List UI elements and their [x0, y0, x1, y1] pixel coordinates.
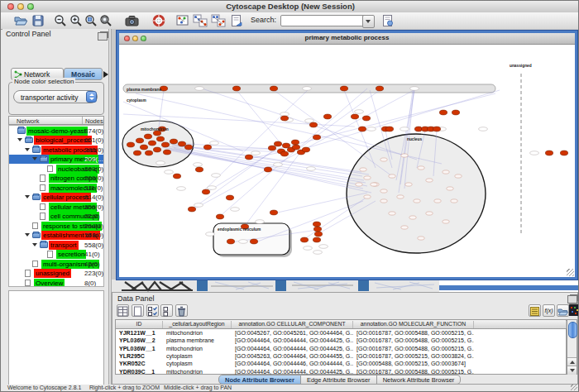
- graph-node-selected[interactable]: [433, 127, 440, 131]
- zoom-selected-icon[interactable]: [84, 14, 98, 27]
- graph-node-selected[interactable]: [270, 210, 277, 215]
- graph-node-selected[interactable]: [309, 122, 317, 127]
- graph-node[interactable]: [443, 170, 449, 174]
- graph-node-selected[interactable]: [291, 140, 299, 145]
- table-row[interactable]: YJR121W__1mitochondrion[GO:0045267, GO:0…: [116, 329, 566, 337]
- network-view-window[interactable]: primary metabolic process plasma membran…: [117, 31, 577, 280]
- node-label-oval[interactable]: [479, 127, 488, 131]
- graph-node[interactable]: [380, 189, 387, 193]
- attribute-table[interactable]: ID_cellularLayoutRegionannotation.GO CEL…: [115, 319, 567, 375]
- background-windows[interactable]: [112, 280, 579, 292]
- tree-row[interactable]: establishment of lo558(0): [9, 231, 103, 241]
- graph-node-selected[interactable]: [280, 151, 288, 156]
- expand-arrow-icon[interactable]: [25, 148, 30, 151]
- node-label-oval[interactable]: [367, 127, 376, 131]
- graph-node[interactable]: [401, 154, 408, 157]
- table-row[interactable]: YLR295Ccytoplasm[GO:0045263, GO:0044464,…: [116, 352, 566, 360]
- graph-node-selected[interactable]: [170, 139, 177, 144]
- table-cell[interactable]: YKR052C: [116, 360, 163, 367]
- graph-node[interactable]: [401, 226, 408, 229]
- table-cell[interactable]: [GO:0016787, GO:0005488, GO:0005215, G..…: [353, 345, 474, 352]
- graph-node-selected[interactable]: [302, 147, 309, 152]
- table-column-header[interactable]: _cellularLayoutRegion: [163, 321, 232, 328]
- network-window-titlebar[interactable]: primary metabolic process: [119, 33, 575, 45]
- tree-row[interactable]: unassigned223(0): [9, 269, 103, 279]
- graph-node-selected[interactable]: [173, 174, 180, 179]
- table-cell[interactable]: [GO:0005488, GO:0005215, GO:0003674]: [353, 360, 474, 367]
- graph-node-selected[interactable]: [156, 136, 164, 141]
- node-label-oval[interactable]: [194, 203, 203, 208]
- node-label-oval[interactable]: [280, 112, 290, 117]
- graph-node-selected[interactable]: [264, 167, 271, 172]
- open-icon[interactable]: [14, 14, 27, 27]
- delete-attribute-icon[interactable]: [175, 304, 188, 317]
- graph-node[interactable]: [371, 183, 377, 186]
- graph-node-selected[interactable]: [163, 150, 170, 155]
- graph-node-selected[interactable]: [136, 138, 143, 143]
- network-overview-icon[interactable]: [176, 14, 189, 27]
- tab-network-attribute-browser[interactable]: Network Attribute Browser: [377, 375, 462, 385]
- table-cell[interactable]: YPL036W__2: [116, 337, 163, 344]
- tree-row[interactable]: response to stimulu264(0): [9, 221, 103, 231]
- graph-node-selected[interactable]: [250, 239, 257, 244]
- graph-node-selected[interactable]: [140, 145, 147, 150]
- graph-node[interactable]: [389, 174, 395, 178]
- graph-node-selected[interactable]: [282, 143, 290, 148]
- table-cell[interactable]: cytoplasm: [163, 360, 232, 367]
- annotate-icon[interactable]: [230, 14, 243, 27]
- graph-node-selected[interactable]: [245, 155, 252, 160]
- graph-node[interactable]: [356, 183, 362, 186]
- graph-node-selected[interactable]: [385, 127, 393, 131]
- graph-node-selected[interactable]: [268, 146, 275, 151]
- tree-row[interactable]: macromolecule311(0): [9, 183, 103, 193]
- node-label-oval[interactable]: [313, 251, 323, 255]
- tree-row[interactable]: secretion41(0): [9, 250, 103, 260]
- expand-arrow-icon[interactable]: [25, 233, 30, 237]
- table-cell[interactable]: mitochondrion: [163, 345, 232, 352]
- table-row[interactable]: YPL036W__2plasma membrane[GO:0044464, GO…: [116, 337, 566, 344]
- table-cell[interactable]: YDR039C__1: [116, 368, 163, 375]
- expand-arrow-icon[interactable]: [32, 157, 37, 160]
- graph-node[interactable]: [426, 179, 433, 182]
- graph-node-selected[interactable]: [376, 86, 383, 91]
- graph-node-selected[interactable]: [184, 145, 192, 150]
- node-label-oval[interactable]: [165, 170, 174, 174]
- table-cell[interactable]: [GO:0044464, GO:0044444, GO:0044425, G..…: [232, 337, 353, 344]
- node-label-oval[interactable]: [177, 187, 186, 191]
- graph-node-selected[interactable]: [300, 237, 308, 242]
- node-label-oval[interactable]: [256, 220, 265, 224]
- tab-edge-attribute-browser[interactable]: Edge Attribute Browser: [301, 375, 377, 385]
- snapshot-icon[interactable]: [125, 14, 138, 27]
- graph-node[interactable]: [364, 176, 371, 179]
- save-icon[interactable]: [31, 14, 45, 27]
- attribute-list-icon[interactable]: [529, 304, 541, 317]
- tree-row[interactable]: cell communicat22(0): [9, 212, 103, 222]
- graph-node-selected[interactable]: [133, 151, 141, 155]
- node-label-oval[interactable]: [319, 245, 328, 249]
- window-resize-grip[interactable]: [567, 269, 574, 276]
- table-column-header[interactable]: ID: [116, 321, 163, 328]
- graph-node[interactable]: [443, 220, 449, 223]
- unselect-attributes-icon[interactable]: [160, 304, 173, 317]
- node-label-oval[interactable]: [206, 232, 215, 237]
- tree-row[interactable]: Overview8(0): [9, 278, 103, 287]
- node-label-oval[interactable]: [212, 174, 221, 178]
- table-row[interactable]: YPL036W__1mitochondrion[GO:0044464, GO:0…: [116, 345, 566, 352]
- tree-row[interactable]: transport558(0): [9, 240, 103, 250]
- table-cell[interactable]: cytoplasm: [163, 352, 232, 360]
- graph-node-selected[interactable]: [202, 189, 209, 194]
- graph-node[interactable]: [434, 199, 441, 203]
- graph-node[interactable]: [380, 158, 387, 161]
- function-builder-icon[interactable]: f(x): [543, 304, 555, 317]
- app-titlebar[interactable]: Cytoscape Desktop (New Session): [1, 1, 579, 13]
- node-label-oval[interactable]: [355, 110, 364, 114]
- graph-node-selected[interactable]: [351, 114, 358, 119]
- select-all-attributes-icon[interactable]: [146, 304, 159, 317]
- tree-row[interactable]: biological_process651(0): [9, 136, 103, 146]
- float-panel-icon[interactable]: [98, 32, 108, 41]
- graph-node-selected[interactable]: [145, 151, 152, 155]
- graph-node[interactable]: [451, 199, 457, 203]
- scrollbar-thumb[interactable]: [568, 322, 577, 338]
- network-graph-canvas[interactable]: plasma membranecytoplasmmitochondrionnuc…: [119, 44, 575, 277]
- table-cell[interactable]: YPL036W__1: [116, 345, 163, 352]
